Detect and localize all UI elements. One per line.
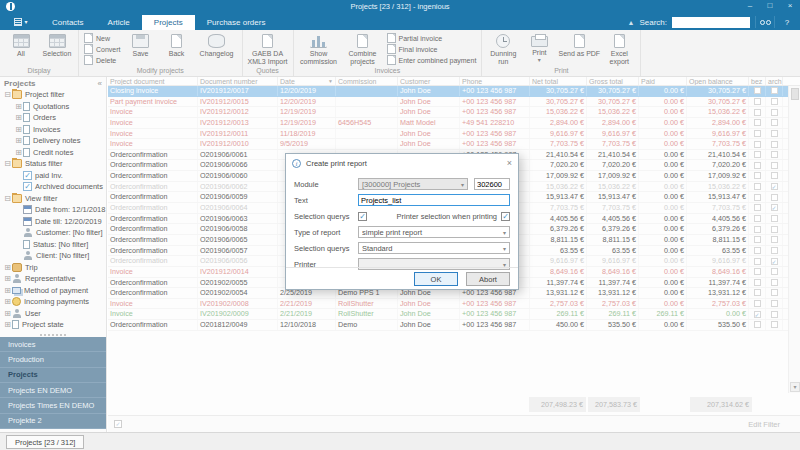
dunning-run-button[interactable]: Dunning run bbox=[485, 32, 521, 65]
cell-arch[interactable] bbox=[766, 150, 783, 160]
cell-arch[interactable] bbox=[766, 107, 783, 117]
cell-arch[interactable] bbox=[766, 160, 783, 170]
minimize-icon[interactable]: – bbox=[740, 0, 760, 13]
tree-item-status-no-filter-[interactable]: Status: [No filter] bbox=[0, 239, 106, 251]
table-row[interactable]: InvoiceIV201912/001212/19/2019John Doe+0… bbox=[108, 107, 800, 118]
print-button[interactable]: Print▾ bbox=[521, 32, 557, 64]
nav-button-projekte-2[interactable]: Projekte 2 bbox=[0, 414, 106, 429]
bez-checkbox[interactable] bbox=[754, 119, 761, 126]
ribbon-collapse-icon[interactable]: ▲ bbox=[627, 19, 634, 26]
bez-checkbox[interactable] bbox=[754, 204, 761, 211]
column-header-net[interactable]: Net total bbox=[530, 77, 587, 85]
bez-checkbox[interactable] bbox=[754, 247, 761, 254]
cell-bez[interactable] bbox=[749, 182, 766, 192]
new-button[interactable]: New bbox=[84, 33, 121, 43]
column-header-arch[interactable]: arch bbox=[766, 77, 783, 85]
arch-checkbox[interactable] bbox=[771, 226, 778, 233]
cell-arch[interactable] bbox=[766, 139, 783, 149]
changelog-button[interactable]: Changelog bbox=[195, 32, 239, 58]
bez-checkbox[interactable] bbox=[754, 172, 761, 179]
cell-bez[interactable] bbox=[749, 129, 766, 139]
tree-item-incoming-payments[interactable]: ⊞Incoming payments bbox=[0, 296, 106, 308]
tree-item-date-from-12-1-2018[interactable]: Date from: 12/1/2018 bbox=[0, 204, 106, 216]
bez-checkbox[interactable] bbox=[754, 268, 761, 275]
arch-checkbox[interactable] bbox=[771, 258, 778, 265]
tree-item-quotations[interactable]: ⊞Quotations bbox=[0, 101, 106, 113]
expand-icon[interactable]: ⊞ bbox=[3, 297, 12, 306]
column-header-type[interactable]: Project document bbox=[108, 77, 198, 85]
cell-arch[interactable] bbox=[766, 203, 783, 213]
bez-checkbox[interactable] bbox=[754, 236, 761, 243]
arch-checkbox[interactable] bbox=[771, 130, 778, 137]
tree-item-credit-notes[interactable]: ⊞Credit notes bbox=[0, 147, 106, 159]
cell-arch[interactable] bbox=[766, 278, 783, 288]
arch-checkbox[interactable] bbox=[771, 183, 778, 190]
combine-projects-button[interactable]: Combine projects bbox=[341, 32, 385, 65]
bez-checkbox[interactable] bbox=[754, 215, 761, 222]
ok-button[interactable]: OK bbox=[414, 272, 458, 286]
column-header-customer[interactable]: Customer bbox=[398, 77, 460, 85]
tree-item-invoices[interactable]: ⊞Invoices bbox=[0, 124, 106, 136]
nav-button-invoices[interactable]: Invoices bbox=[0, 337, 106, 352]
column-header-gross[interactable]: Gross total bbox=[587, 77, 639, 85]
cell-arch[interactable] bbox=[766, 182, 783, 192]
nav-button-production[interactable]: Production bbox=[0, 352, 106, 367]
arch-checkbox[interactable] bbox=[771, 311, 778, 318]
expand-icon[interactable]: ⊞ bbox=[3, 263, 12, 272]
arch-checkbox[interactable] bbox=[771, 194, 778, 201]
cell-bez[interactable] bbox=[749, 246, 766, 256]
arch-checkbox[interactable] bbox=[771, 151, 778, 158]
table-row[interactable]: Part payment invoiceIV201912/001512/20/2… bbox=[108, 97, 800, 108]
column-header-number[interactable]: Document number bbox=[198, 77, 278, 85]
cell-bez[interactable] bbox=[749, 320, 766, 330]
search-binoculars-icon[interactable] bbox=[755, 16, 775, 28]
bez-checkbox[interactable] bbox=[754, 183, 761, 190]
all-button[interactable]: All bbox=[3, 32, 39, 58]
arch-checkbox[interactable] bbox=[771, 321, 778, 328]
help-icon[interactable]: ? bbox=[780, 18, 794, 27]
bez-checkbox[interactable] bbox=[754, 321, 761, 328]
bez-checkbox[interactable] bbox=[754, 141, 761, 148]
table-row[interactable]: Closing invoiceIV201912/001712/20/2019Jo… bbox=[108, 86, 800, 97]
expand-icon[interactable]: ⊞ bbox=[14, 113, 23, 122]
cell-arch[interactable] bbox=[766, 171, 783, 181]
show-commission-button[interactable]: Show commission bbox=[297, 32, 341, 65]
tab-projects[interactable]: Projects bbox=[142, 15, 195, 30]
collapse-icon[interactable]: ⊟ bbox=[3, 194, 12, 203]
cell-arch[interactable] bbox=[766, 235, 783, 245]
tree-item-project-state[interactable]: ⊞Project state bbox=[0, 319, 106, 331]
dialog-close-icon[interactable]: × bbox=[507, 158, 512, 168]
bez-checkbox[interactable] bbox=[754, 289, 761, 296]
excel-export-button[interactable]: Excel export bbox=[601, 32, 637, 65]
arch-checkbox[interactable] bbox=[771, 289, 778, 296]
tree-item-client-no-filter-[interactable]: Client: [No filter] bbox=[0, 250, 106, 262]
send-as-pdf-button[interactable]: Send as PDF bbox=[557, 32, 601, 58]
arch-checkbox[interactable] bbox=[771, 141, 778, 148]
collapse-panel-icon[interactable]: « bbox=[98, 79, 102, 88]
table-row[interactable]: InvoiceIV201902/00082/21/2019RollShutter… bbox=[108, 299, 800, 310]
printer-selection-checkbox[interactable] bbox=[501, 212, 510, 221]
arch-checkbox[interactable] bbox=[771, 236, 778, 243]
close-icon[interactable]: × bbox=[780, 0, 800, 13]
bez-checkbox[interactable] bbox=[754, 87, 761, 94]
arch-checkbox[interactable] bbox=[771, 215, 778, 222]
cell-arch[interactable] bbox=[766, 97, 783, 107]
tree-item-view-filter[interactable]: ⊟View filter bbox=[0, 193, 106, 205]
cell-arch[interactable] bbox=[766, 118, 783, 128]
table-row[interactable]: OrderconfirmationO201812/004912/10/2018D… bbox=[108, 320, 800, 331]
tab-article[interactable]: Article bbox=[96, 15, 142, 30]
cell-arch[interactable] bbox=[766, 192, 783, 202]
cell-arch[interactable] bbox=[766, 309, 783, 319]
cell-bez[interactable] bbox=[749, 288, 766, 298]
expand-icon[interactable]: ⊞ bbox=[14, 125, 23, 134]
expand-icon[interactable]: ⊞ bbox=[14, 148, 23, 157]
cell-bez[interactable] bbox=[749, 309, 766, 319]
table-row[interactable]: InvoiceIV201912/00109/5/2019John Doe+00 … bbox=[108, 139, 800, 150]
bez-checkbox[interactable] bbox=[754, 130, 761, 137]
gaeb-da-xml3-import-button[interactable]: GAEB DA XML3 Import bbox=[246, 32, 290, 65]
collapse-icon[interactable]: ⊟ bbox=[3, 90, 12, 99]
tree-item-method-of-payment[interactable]: ⊞Method of payment bbox=[0, 285, 106, 297]
abort-button[interactable]: Abort bbox=[466, 272, 510, 286]
arch-checkbox[interactable] bbox=[771, 119, 778, 126]
cell-arch[interactable] bbox=[766, 299, 783, 309]
